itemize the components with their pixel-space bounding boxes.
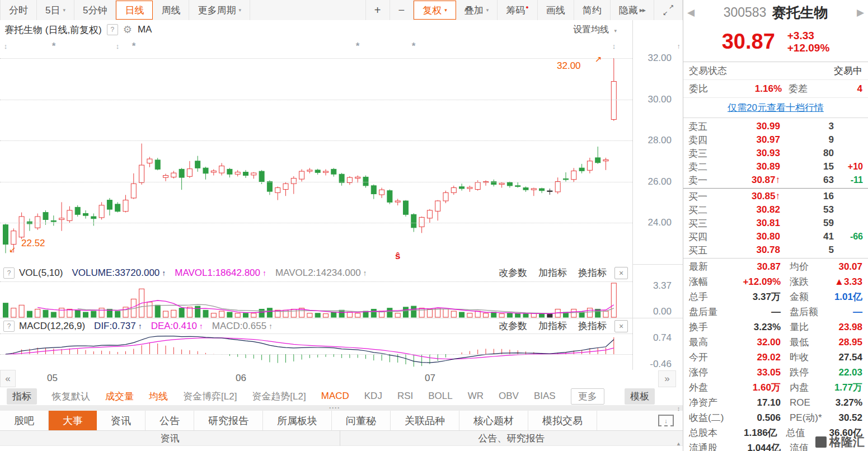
stat-value: 22.03 [834, 367, 862, 378]
axis-tick: -0.46 [650, 359, 672, 370]
restore-default[interactable]: 恢复默认 [52, 390, 90, 403]
vol-action[interactable]: 换指标 [578, 266, 607, 279]
scroll-right-button[interactable]: » [658, 370, 676, 387]
ind-obv[interactable]: OBV [499, 391, 519, 402]
ind-ma[interactable]: 均线 [149, 390, 168, 403]
ind-volume[interactable]: 成交量 [105, 390, 134, 403]
stat-row: 今开29.02昨收27.54 [683, 350, 868, 365]
stat-label: PE(动)* [790, 411, 834, 424]
weibi-row: 委比 1.16% 委差 4 [683, 80, 868, 98]
order-level-label: 买二 [688, 204, 719, 217]
dock-panel-icon[interactable]: ↓ [658, 415, 674, 426]
stock-nav: ◀ 300583 赛托生物 ▶ [683, 0, 868, 25]
macd-action[interactable]: 改参数 [499, 320, 527, 332]
tab-themes[interactable]: 核心题材 [459, 411, 528, 430]
vol-action[interactable]: 改参数 [499, 266, 527, 279]
toolbar-period-5day[interactable]: 5日▾ [37, 0, 74, 20]
macd-chart[interactable] [0, 334, 632, 370]
hide-panel-label: 隐藏 [619, 4, 638, 17]
toolbar-period-daily[interactable]: 日线 [116, 1, 153, 20]
toolbar-draw-line[interactable]: 画线 [538, 0, 574, 20]
ind-rsi[interactable]: RSI [397, 391, 413, 402]
level2-promo-link[interactable]: 仅需20元查看十档行情 [728, 101, 824, 114]
up-arrow-icon[interactable]: ↑ [674, 43, 683, 50]
toolbar-zoom-in[interactable]: + [365, 0, 390, 20]
toolbar-fullscreen[interactable]: ↗↙ [654, 0, 683, 20]
indicator-menu[interactable]: 指标 [7, 388, 37, 405]
period-weekly-label: 周线 [161, 4, 180, 17]
ind-template[interactable]: 模板 [625, 388, 655, 405]
stat-label: 今开 [689, 351, 737, 364]
macd-series-label: DEA:0.410 ↑ [151, 321, 203, 332]
tab-sector[interactable]: 所属板块 [263, 411, 332, 430]
macd-action[interactable]: 加指标 [538, 320, 567, 332]
stock-code: 300583 [724, 5, 767, 20]
ind-more[interactable]: 更多 [571, 388, 604, 405]
close-icon[interactable]: × [614, 267, 628, 279]
toolbar-period-minute[interactable]: 分时 [0, 0, 37, 20]
ind-fund-trend[interactable]: 资金趋势[L2] [252, 390, 306, 403]
toolbar-period-weekly[interactable]: 周线 [153, 0, 189, 20]
vol-action[interactable]: 加指标 [538, 266, 567, 279]
toolbar-hide-panel[interactable]: 隐藏▶▶ [611, 0, 654, 20]
stat-label: 均价 [790, 260, 834, 273]
gridline [0, 140, 632, 141]
toolbar-overlay[interactable]: 叠加▾ [456, 0, 498, 20]
close-icon[interactable]: × [614, 320, 628, 332]
candlestick-chart[interactable]: ↕*↕***↕32.00↗22.52↙ŝ [0, 39, 632, 264]
resize-handle-icon[interactable]: ↕ [674, 405, 683, 412]
up-arrow-icon: ↑ [197, 322, 203, 331]
ind-wr[interactable]: WR [468, 391, 484, 402]
gear-icon[interactable]: ⚙ [123, 24, 132, 36]
tab-sim-trade[interactable]: 模拟交易 [528, 411, 597, 430]
fullscreen-icon: ↗↙ [663, 4, 674, 16]
weicha-label: 委差 [789, 82, 857, 95]
tab-news[interactable]: 资讯 [97, 411, 146, 430]
price-tick: 28.00 [648, 135, 672, 146]
scroll-left-button[interactable]: « [0, 370, 16, 387]
prev-stock-icon[interactable]: ◀ [687, 7, 695, 18]
order-level-label: 买四 [688, 231, 719, 243]
stat-value: — [737, 307, 781, 318]
volume-chart[interactable] [0, 282, 632, 318]
next-stock-icon[interactable]: ▶ [857, 7, 864, 18]
ma-settings-button[interactable]: 设置均线 ▾ [573, 24, 617, 36]
ind-boll[interactable]: BOLL [428, 391, 452, 402]
ind-kdj[interactable]: KDJ [364, 391, 382, 402]
up-arrow-icon: ↑ [361, 269, 367, 278]
draw-line-label: 画线 [546, 4, 565, 17]
signal-s-marker: ŝ [395, 251, 400, 262]
toolbar-zoom-out[interactable]: − [390, 0, 414, 20]
scroll-up-icon[interactable]: ▲ [674, 441, 683, 447]
stat-value: 23.98 [834, 322, 862, 333]
stat-label: 净资产 [689, 396, 737, 409]
toolbar-period-more[interactable]: 更多周期▾ [189, 0, 250, 20]
up-arrow-icon: ↑ [136, 322, 142, 331]
tab-guba[interactable]: 股吧 [0, 411, 49, 430]
toolbar-chips[interactable]: 筹码● [498, 0, 537, 20]
tab-announcements[interactable]: 公告 [146, 411, 194, 430]
order-qty: 80 [780, 148, 834, 159]
ind-macd[interactable]: MACD [321, 391, 349, 402]
tab-events[interactable]: 大事 [49, 411, 97, 430]
toolbar-simple-mode[interactable]: 简约 [574, 0, 611, 20]
ind-bias[interactable]: BIAS [534, 391, 556, 402]
help-icon[interactable]: ? [3, 267, 15, 279]
macd-action[interactable]: 换指标 [578, 320, 607, 332]
toolbar-adjust-mode[interactable]: 复权▾ [414, 1, 456, 20]
order-level-label: 卖一 [688, 174, 719, 187]
tab-related[interactable]: 关联品种 [391, 411, 459, 430]
tab-research[interactable]: 研究报告 [194, 411, 263, 430]
splitter-band[interactable] [0, 405, 683, 411]
tool-buttons: +−复权▾叠加▾筹码●画线简约隐藏▶▶↗↙ [365, 0, 683, 20]
toolbar-period-5min[interactable]: 5分钟 [74, 0, 116, 20]
help-icon[interactable]: ? [107, 24, 118, 35]
order-row: 卖四30.979 [683, 133, 868, 147]
tab-secretary[interactable]: 问董秘 [332, 411, 391, 430]
help-icon[interactable]: ? [3, 321, 15, 332]
announcement-panel-header[interactable]: 公告、研究报告 [340, 430, 683, 446]
vol-series-label: VOLUME:33720.000 ↑ [72, 267, 166, 279]
ind-fund-game[interactable]: 资金博弈[L2] [183, 390, 237, 403]
stat-row: 净资产17.10ROE3.27% [683, 395, 868, 410]
news-panel-header[interactable]: 资讯 [0, 430, 340, 446]
